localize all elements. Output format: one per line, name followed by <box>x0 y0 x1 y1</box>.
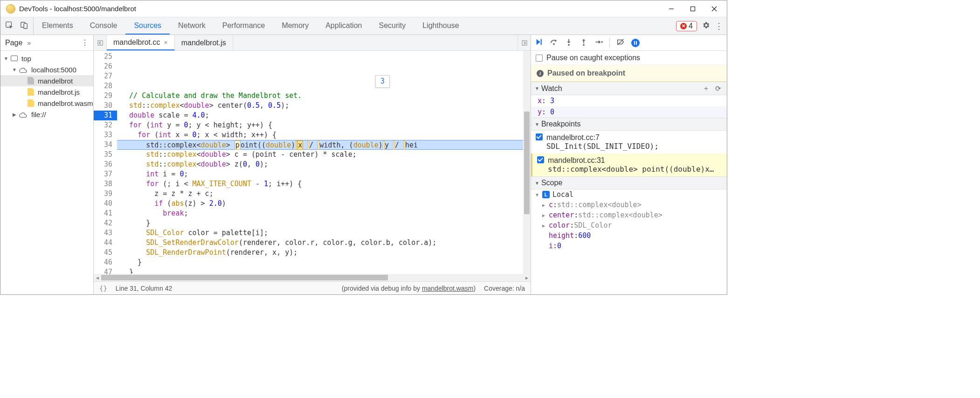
add-watch-icon[interactable]: ＋ <box>701 84 711 93</box>
breakpoints-list: mandelbrot.cc:7SDL_Init(SDL_INIT_VIDEO);… <box>531 131 727 176</box>
status-bar: {} Line 31, Column 42 (provided via debu… <box>94 281 531 294</box>
code-line: int i = 0; <box>117 169 523 179</box>
pretty-print-icon[interactable]: {} <box>99 285 107 292</box>
step-out-icon[interactable] <box>580 38 588 48</box>
file-icon <box>28 88 34 96</box>
code-line: if (abs(z) > 2.0) <box>117 199 523 209</box>
refresh-watch-icon[interactable]: ⟳ <box>713 84 723 93</box>
maximize-button[interactable] <box>682 1 704 16</box>
tree-item[interactable]: ▼localhost:5000 <box>0 64 93 75</box>
page-tab[interactable]: Page <box>5 39 22 47</box>
svg-rect-7 <box>98 41 103 45</box>
breakpoint-item[interactable]: mandelbrot.cc:7SDL_Init(SDL_INIT_VIDEO); <box>531 131 727 154</box>
value-tooltip: 3 <box>375 75 390 88</box>
tree-item[interactable]: mandelbrot.wasm <box>0 98 93 109</box>
code-line: for (int y = 0; y < height; y++) { <box>117 120 523 130</box>
debugger-toolbar <box>531 35 727 51</box>
watch-header[interactable]: ▼Watch ＋ ⟳ <box>531 82 727 95</box>
tab-console[interactable]: Console <box>82 17 126 35</box>
close-tab-icon[interactable]: × <box>164 39 168 46</box>
scope-variable[interactable]: ▶color: SDL_Color <box>531 220 727 230</box>
debug-info: (provided via debug info by mandelbrot.w… <box>342 285 476 292</box>
inspect-icon[interactable] <box>5 21 14 31</box>
tab-lighthouse[interactable]: Lighthouse <box>414 17 467 35</box>
tree-item[interactable]: mandelbrot <box>0 75 93 86</box>
watch-item[interactable]: x: 3 <box>531 95 727 106</box>
svg-rect-9 <box>541 39 542 45</box>
tab-security[interactable]: Security <box>370 17 414 35</box>
horizontal-scrollbar[interactable]: ◄► <box>94 274 531 281</box>
code-area[interactable]: 3 // Calculate and draw the Mandelbrot s… <box>117 51 523 274</box>
step-icon[interactable] <box>594 38 603 48</box>
device-icon[interactable] <box>20 21 28 31</box>
more-icon[interactable]: ⋮ <box>715 21 723 31</box>
scope-variable[interactable]: ▶center: std::complex<double> <box>531 210 727 220</box>
scope-group[interactable]: ▼LLocal <box>531 189 727 200</box>
breakpoints-header[interactable]: ▼Breakpoints <box>531 118 727 131</box>
vertical-scrollbar[interactable] <box>523 51 531 274</box>
editor-panel: mandelbrot.cc×mandelbrot.js 252627282930… <box>94 35 531 294</box>
tree-item[interactable]: ▶file:// <box>0 109 93 120</box>
scope-list: ▼LLocal▶c: std::complex<double>▶center: … <box>531 189 727 251</box>
tab-nav-prev[interactable] <box>94 35 107 50</box>
close-button[interactable] <box>704 1 725 16</box>
tab-application[interactable]: Application <box>317 17 370 35</box>
tab-memory[interactable]: Memory <box>273 17 317 35</box>
info-icon: i <box>537 70 544 77</box>
title-bar: DevTools - localhost:5000/mandelbrot <box>0 0 727 17</box>
deactivate-breakpoints-icon[interactable] <box>616 38 625 48</box>
scope-variable[interactable]: ▶c: std::complex<double> <box>531 200 727 210</box>
pause-on-exceptions-icon[interactable] <box>631 39 640 47</box>
code-line: for (; i < MAX_ITER_COUNT - 1; i++) { <box>117 179 523 189</box>
pause-on-caught-label: Pause on caught exceptions <box>546 54 640 62</box>
code-line: SDL_RenderDrawPoint(renderer, x, y); <box>117 248 523 258</box>
svg-rect-1 <box>691 7 695 11</box>
file-tree: ▼top▼localhost:5000mandelbrotmandelbrot.… <box>0 51 93 122</box>
folder-icon <box>11 56 18 61</box>
error-badge[interactable]: ✕ 4 <box>676 21 697 31</box>
file-tab[interactable]: mandelbrot.cc× <box>107 35 175 50</box>
tab-sources[interactable]: Sources <box>125 17 170 35</box>
devtools-window: DevTools - localhost:5000/mandelbrot Ele… <box>0 0 727 295</box>
svg-point-14 <box>583 44 585 46</box>
minimize-button[interactable] <box>661 1 682 16</box>
code-line: std::complex<double> z(0, 0); <box>117 160 523 169</box>
svg-rect-8 <box>522 41 527 45</box>
tab-nav-next[interactable] <box>518 35 531 50</box>
pause-on-caught-row[interactable]: Pause on caught exceptions <box>531 51 727 65</box>
breakpoint-checkbox[interactable] <box>536 133 543 140</box>
navigator-panel: Page » ⋮ ▼top▼localhost:5000mandelbrotma… <box>0 35 94 294</box>
scope-variable[interactable]: i: 0 <box>531 241 727 251</box>
file-tab[interactable]: mandelbrot.js <box>175 35 233 50</box>
code-line: std::complex<double> point((double)x / w… <box>117 140 523 150</box>
scope-header[interactable]: ▼Scope <box>531 176 727 189</box>
code-line: z = z * z + c; <box>117 189 523 199</box>
tab-network[interactable]: Network <box>170 17 214 35</box>
tree-item[interactable]: ▼top <box>0 53 93 64</box>
breakpoint-item[interactable]: mandelbrot.cc:31std::complex<double> poi… <box>531 154 727 176</box>
settings-icon[interactable] <box>702 21 710 31</box>
tab-elements[interactable]: Elements <box>34 17 82 35</box>
panel-menu-icon[interactable]: ⋮ <box>81 38 89 47</box>
more-tabs-icon[interactable]: » <box>27 39 30 47</box>
code-line: SDL_SetRenderDrawColor(renderer, color.r… <box>117 238 523 248</box>
scope-variable[interactable]: height: 600 <box>531 230 727 241</box>
debugger-panel: Pause on caught exceptions i Paused on b… <box>531 35 727 294</box>
pause-on-caught-checkbox[interactable] <box>536 55 543 62</box>
watch-list: x: 3y: 0 <box>531 95 727 118</box>
file-tab-bar: mandelbrot.cc×mandelbrot.js <box>94 35 531 51</box>
resume-icon[interactable] <box>535 38 543 48</box>
cloud-icon <box>19 112 28 117</box>
step-into-icon[interactable] <box>565 38 573 48</box>
debug-info-link[interactable]: mandelbrot.wasm <box>422 285 474 292</box>
watch-item[interactable]: y: 0 <box>531 106 727 118</box>
error-icon: ✕ <box>680 23 687 29</box>
file-icon <box>28 99 34 107</box>
step-over-icon[interactable] <box>550 38 558 48</box>
tree-item[interactable]: mandelbrot.js <box>0 86 93 98</box>
tab-performance[interactable]: Performance <box>214 17 274 35</box>
line-gutter[interactable]: 2526272829303132333435363738394041424344… <box>94 51 117 274</box>
code-line: for (int x = 0; x < width; x++) { <box>117 130 523 140</box>
code-line: std::complex<double> center(0.5, 0.5); <box>117 101 523 111</box>
breakpoint-checkbox[interactable] <box>537 156 544 163</box>
